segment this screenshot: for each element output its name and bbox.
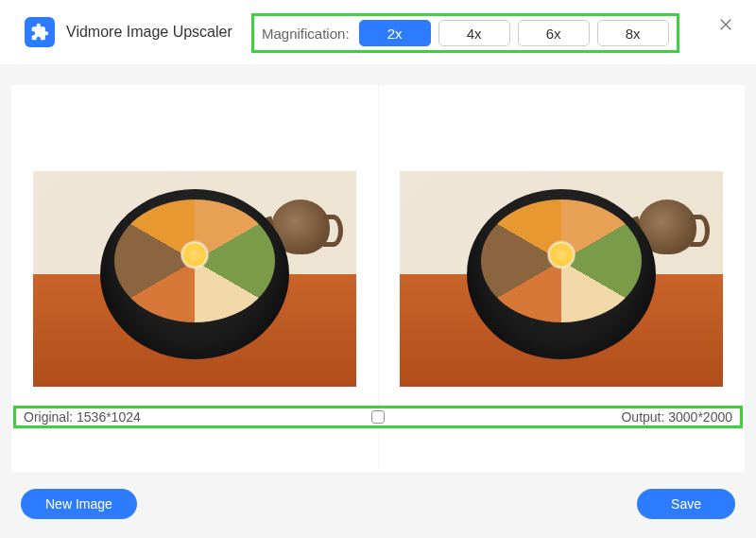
compare-handle-icon[interactable] bbox=[371, 410, 385, 424]
output-dimensions-label: Output: 3000*2000 bbox=[621, 409, 732, 425]
original-image bbox=[33, 171, 356, 387]
output-image bbox=[400, 171, 723, 387]
magnification-group: Magnification: 2x 4x 6x 8x bbox=[251, 13, 679, 53]
magnification-2x-button[interactable]: 2x bbox=[359, 20, 431, 46]
footer: New Image Save bbox=[0, 479, 756, 538]
magnification-4x-button[interactable]: 4x bbox=[438, 20, 510, 46]
close-button[interactable] bbox=[714, 13, 737, 36]
dimensions-bar: Original: 1536*1024 Output: 3000*2000 bbox=[13, 406, 743, 428]
original-dimensions-label: Original: 1536*1024 bbox=[24, 409, 141, 425]
puzzle-icon bbox=[30, 23, 49, 42]
new-image-button[interactable]: New Image bbox=[21, 489, 137, 519]
magnification-label: Magnification: bbox=[262, 26, 350, 42]
save-button[interactable]: Save bbox=[637, 489, 735, 519]
magnification-6x-button[interactable]: 6x bbox=[518, 20, 590, 46]
preview-area: Original: 1536*1024 Output: 3000*2000 bbox=[0, 64, 756, 479]
app-logo bbox=[25, 17, 55, 47]
magnification-8x-button[interactable]: 8x bbox=[597, 20, 669, 46]
close-icon bbox=[717, 16, 734, 33]
app-window: Vidmore Image Upscaler Magnification: 2x… bbox=[0, 0, 756, 538]
app-title: Vidmore Image Upscaler bbox=[66, 24, 232, 41]
header: Vidmore Image Upscaler Magnification: 2x… bbox=[0, 0, 756, 64]
